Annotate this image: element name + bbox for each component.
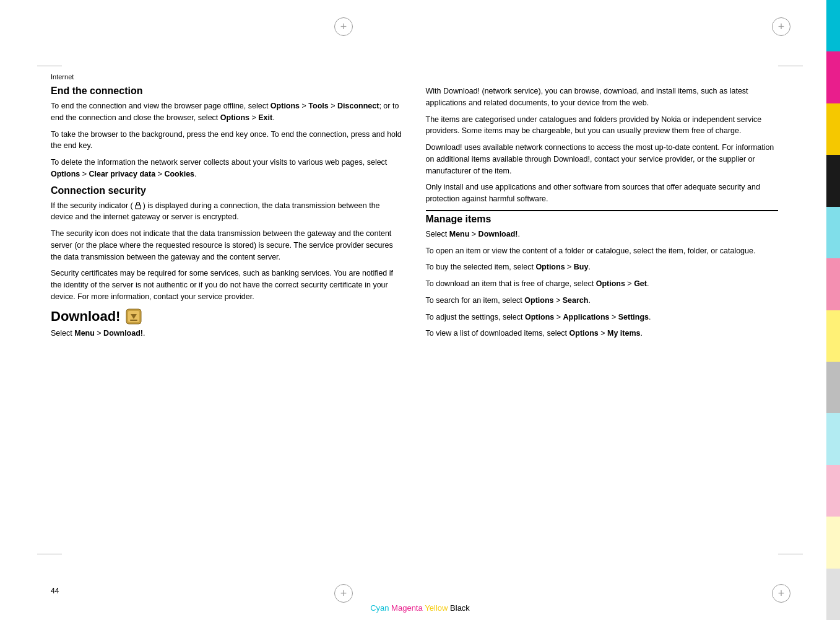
left-column: End the connection To end the connection… [51, 85, 404, 344]
color-bar-8 [826, 362, 840, 413]
download-app-icon [125, 308, 142, 325]
cmyk-yellow: Yellow [425, 603, 448, 613]
color-bar-12 [826, 569, 840, 620]
end-connection-para3: To delete the information the network se… [51, 157, 404, 180]
color-bar-11 [826, 517, 840, 568]
right-intro-para4: Only install and use applications and ot… [426, 181, 779, 205]
color-bars [826, 0, 840, 620]
right-intro-para3: Download! uses available network connect… [426, 142, 779, 177]
manage-para1: Select Menu > Download!. [426, 229, 779, 240]
download-para1: Select Menu > Download!. [51, 328, 404, 339]
color-bar-2 [826, 51, 840, 103]
reg-mark-br [772, 584, 790, 603]
connection-security-para3: Security certificates may be required fo… [51, 268, 404, 302]
right-intro-para2: The items are categorised under catalogu… [426, 114, 779, 138]
end-connection-para1: To end the connection and view the brows… [51, 100, 404, 124]
cmyk-cyan: Cyan [370, 603, 389, 613]
heading-connection-security: Connection security [51, 185, 404, 196]
manage-divider [426, 210, 779, 211]
content-area: Internet End the connection To end the c… [51, 73, 778, 558]
manage-para7: To view a list of downloaded items, sele… [426, 328, 779, 339]
lock-icon [134, 201, 142, 210]
end-connection-para2: To take the browser to the background, p… [51, 129, 404, 152]
heading-end-connection: End the connection [51, 85, 404, 97]
color-bar-10 [826, 465, 840, 517]
corner-br-h [778, 554, 803, 554]
corner-tr-h [778, 66, 803, 66]
color-bar-5 [826, 207, 840, 258]
corner-tl-h [37, 66, 62, 66]
manage-para5: To search for an item, select Options > … [426, 295, 779, 307]
page: Internet End the connection To end the c… [0, 0, 840, 620]
svg-rect-0 [136, 205, 141, 209]
manage-para4: To download an item that is free of char… [426, 278, 779, 290]
color-bar-4 [826, 155, 840, 206]
cmyk-bar: Cyan Magenta Yellow Black [370, 603, 470, 613]
color-bar-7 [826, 310, 840, 362]
manage-para2: To open an item or view the content of a… [426, 245, 779, 257]
color-bar-9 [826, 413, 840, 465]
reg-mark-bl [334, 584, 353, 603]
reg-mark-tl [334, 17, 353, 36]
reg-mark-tr [772, 17, 790, 36]
color-bar-6 [826, 258, 840, 310]
manage-para6: To adjust the settings, select Options >… [426, 312, 779, 323]
connection-security-para2: The security icon does not indicate that… [51, 228, 404, 263]
cmyk-magenta: Magenta [391, 603, 423, 613]
section-label: Internet [51, 73, 778, 81]
manage-para3: To buy the selected item, select Options… [426, 261, 779, 273]
two-column-layout: End the connection To end the connection… [51, 85, 778, 344]
heading-manage-items: Manage items [426, 214, 779, 225]
right-column: With Download! (network service), you ca… [426, 85, 779, 344]
svg-rect-4 [130, 320, 137, 321]
page-number: 44 [51, 587, 59, 595]
color-bar-1 [826, 0, 840, 51]
connection-security-para1: If the security indicator () is displaye… [51, 200, 404, 224]
cmyk-black: Black [450, 603, 470, 613]
heading-download: Download! [51, 308, 404, 325]
color-bar-3 [826, 103, 840, 155]
right-intro-para1: With Download! (network service), you ca… [426, 85, 779, 109]
